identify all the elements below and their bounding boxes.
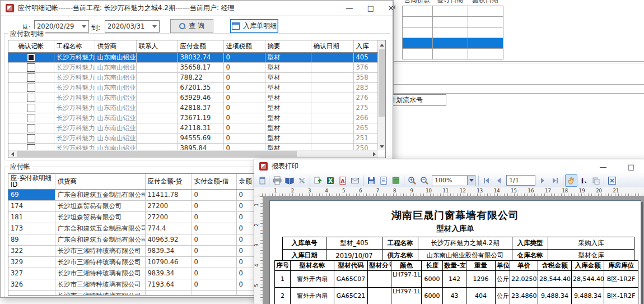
table-row[interactable]: 长沙万科魅力... 山东南山铝业... 94555.69 0 型材 251 — [8, 133, 377, 143]
cell-confirm-date[interactable] — [311, 52, 353, 62]
cell-stockin-no[interactable]: 358 — [353, 72, 377, 82]
cell-project[interactable]: 长沙万科魅力... — [54, 103, 95, 113]
detail-col-header[interactable]: 应付金额 — [178, 40, 223, 52]
cell-supplier[interactable]: 山东南山铝业... — [95, 82, 136, 93]
confirm-checkbox[interactable] — [27, 84, 35, 92]
cell-debit[interactable]: 0 — [192, 268, 236, 279]
cell-credit[interactable]: 7193.64 — [145, 279, 192, 290]
cell-tax[interactable]: 0 — [223, 103, 265, 113]
confirm-checkbox[interactable] — [27, 124, 35, 132]
cell-tax[interactable]: 0 — [223, 123, 265, 133]
cell-debit[interactable]: 0 — [192, 200, 236, 211]
cell-supplier[interactable]: 广东合和建筑五金制品有限公司 — [55, 223, 145, 234]
cell-contact[interactable] — [136, 82, 178, 93]
bg-grid-cell[interactable] — [468, 48, 503, 59]
cell-confirm-date[interactable] — [311, 82, 353, 93]
cell-summary[interactable]: 型材 — [265, 103, 311, 113]
detail-col-header[interactable]: 入库 — [353, 40, 377, 52]
confirm-checkbox[interactable] — [27, 114, 35, 122]
cell-amount[interactable]: 73671.19 — [178, 113, 223, 123]
cell-supplier[interactable]: 山东南山铝业... — [95, 93, 136, 103]
cell-supplier[interactable]: 长沙市三湘特种玻璃有限公司 — [55, 290, 145, 296]
print-icon[interactable] — [271, 174, 283, 187]
cell-supplier[interactable]: 长沙市三湘特种玻璃有限公司 — [55, 256, 145, 268]
close-icon[interactable]: ✕ — [640, 159, 644, 174]
confirm-cell[interactable] — [8, 52, 54, 62]
detail-col-header[interactable]: 确认记帐 — [8, 40, 54, 52]
horizontal-scrollbar[interactable] — [8, 150, 378, 158]
export-icon[interactable] — [312, 174, 324, 187]
win1-titlebar[interactable]: 应付明细记帐------当前工程: 长沙万科魅力之城4.2期------当前用户… — [1, 1, 393, 16]
cell-confirm-date[interactable] — [311, 72, 353, 82]
cell-supplier[interactable]: 长沙市三湘特种玻璃有限公司 — [55, 245, 145, 256]
confirm-checkbox[interactable] — [27, 104, 35, 112]
book-icon[interactable] — [283, 174, 296, 187]
maximize-icon[interactable]: □ — [623, 159, 640, 174]
cell-contact[interactable] — [136, 133, 178, 143]
vertical-scrollbar[interactable] — [378, 40, 385, 150]
cell-credit[interactable] — [145, 290, 192, 296]
table-row[interactable]: 长沙万科魅力... 山东南山铝业... 42118.31 0 型材 265 — [8, 123, 377, 133]
confirm-cell[interactable] — [8, 72, 54, 82]
query-button[interactable]: 查 询 — [170, 19, 213, 33]
cell-debit[interactable] — [192, 290, 236, 296]
confirm-cell[interactable] — [8, 62, 54, 72]
cell-tax[interactable]: 0 — [223, 72, 265, 82]
cell-confirm-date[interactable] — [311, 62, 353, 72]
table-row[interactable]: 长沙万科魅力... 山东南山铝业... 63929.46 0 型材 276 — [8, 93, 377, 103]
cell-stockin-no[interactable]: 376 — [353, 62, 377, 72]
cell-supplier[interactable]: 广东合和建筑五金制品有限公司 — [55, 234, 145, 245]
hand-icon[interactable] — [565, 174, 577, 187]
last-page-icon[interactable] — [549, 174, 561, 187]
cell-confirm-date[interactable] — [311, 123, 353, 133]
cell-contact[interactable] — [136, 103, 178, 113]
report-titlebar[interactable]: 报表打印 — □ ✕ — [254, 159, 644, 174]
cell-id[interactable]: 69 — [8, 189, 55, 200]
tools-icon[interactable] — [296, 174, 308, 187]
bg-grid-cell[interactable] — [432, 16, 468, 27]
cell-summary[interactable]: 型材 — [265, 82, 311, 93]
cell-summary[interactable]: 型材 — [265, 62, 311, 72]
cell-supplier[interactable]: 长沙坦森贸易有限公司 — [55, 200, 145, 211]
account-col-header[interactable]: 实付金额-借 — [192, 174, 236, 189]
bg-grid-cell[interactable] — [468, 6, 503, 17]
cell-summary[interactable]: 型材 — [265, 93, 311, 103]
bg-grid-cell[interactable] — [432, 27, 468, 38]
table-row[interactable]: 长沙万科魅力... 山东南山铝业... 67201.35 0 型材 283 — [8, 82, 377, 93]
cell-stockin-no[interactable]: 276 — [353, 93, 377, 103]
first-page-icon[interactable] — [480, 174, 493, 187]
cell-debit[interactable]: 0 — [192, 256, 236, 268]
cell-summary[interactable]: 型材 — [265, 72, 311, 82]
cell-stockin-no[interactable]: 251 — [353, 133, 377, 143]
text-select-icon[interactable]: I — [577, 174, 590, 187]
cell-tax[interactable]: 0 — [223, 113, 265, 123]
page-indicator-input[interactable]: 1/1 — [506, 175, 535, 186]
scroll-right-icon[interactable] — [371, 150, 377, 158]
cell-credit[interactable]: 774.4 — [145, 223, 192, 234]
detail-col-header[interactable]: 进项税额 — [223, 40, 265, 52]
cell-id[interactable]: 181 — [8, 211, 55, 223]
report-partial-icon[interactable] — [255, 174, 267, 187]
cell-debit[interactable]: 0 — [192, 211, 236, 223]
bg-grid-cell[interactable] — [468, 27, 503, 38]
cell-tax[interactable]: 0 — [223, 62, 265, 72]
cell-stockin-no[interactable]: 266 — [353, 113, 377, 123]
bg-grid-cell[interactable] — [432, 38, 468, 49]
cell-id[interactable]: 173 — [8, 223, 55, 234]
close-icon[interactable]: ✕ — [382, 1, 399, 15]
confirm-checkbox[interactable] — [27, 134, 35, 142]
cell-project[interactable]: 长沙万科魅力... — [54, 82, 95, 93]
confirm-checkbox[interactable] — [27, 53, 35, 62]
cell-confirm-date[interactable] — [311, 133, 353, 143]
table-row[interactable]: 长沙万科魅力... 山东南山铝业... 42818.37 0 型材 275 — [8, 103, 377, 113]
pdf-icon[interactable]: A — [337, 174, 349, 187]
cell-id[interactable]: 326 — [8, 279, 55, 290]
cell-credit[interactable]: 40963.92 — [145, 234, 192, 245]
cell-supplier[interactable]: 山东南山铝业... — [95, 123, 136, 133]
cell-summary[interactable]: 型材 — [265, 133, 311, 143]
cell-confirm-date[interactable] — [311, 113, 353, 123]
minimize-icon[interactable]: — — [341, 1, 358, 15]
detail-col-header[interactable]: 确认日期 — [311, 40, 353, 52]
cell-id[interactable] — [8, 290, 55, 296]
stockin-detail-button[interactable]: 入库单明细 — [230, 19, 278, 33]
